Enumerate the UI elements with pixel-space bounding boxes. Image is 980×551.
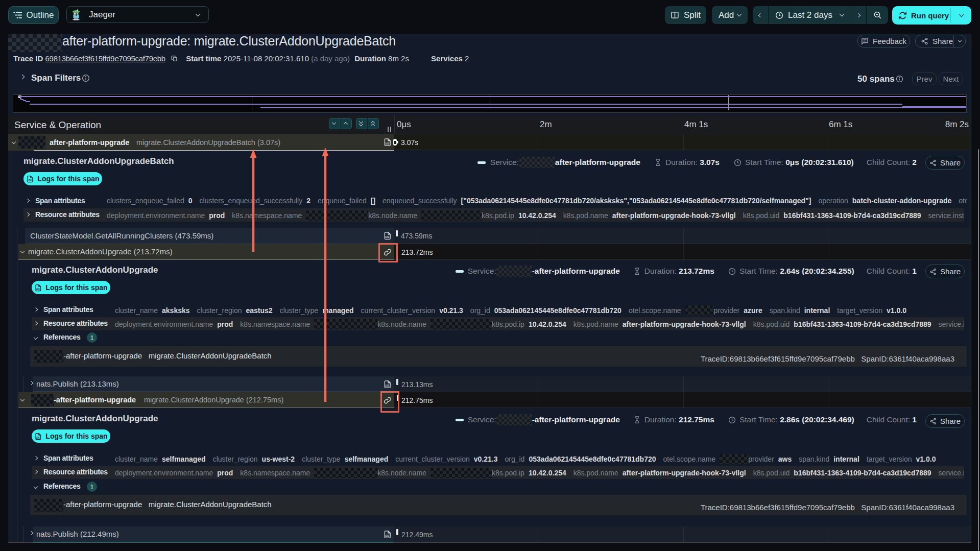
svg-text:LOG: LOG <box>385 535 389 537</box>
svg-text:LOG: LOG <box>36 436 40 439</box>
svg-text:LOG: LOG <box>385 142 389 145</box>
svg-text:LOG: LOG <box>385 385 389 387</box>
svg-text:LOG: LOG <box>385 236 389 238</box>
svg-text:LOG: LOG <box>36 288 40 290</box>
svg-text:LOG: LOG <box>28 179 32 181</box>
